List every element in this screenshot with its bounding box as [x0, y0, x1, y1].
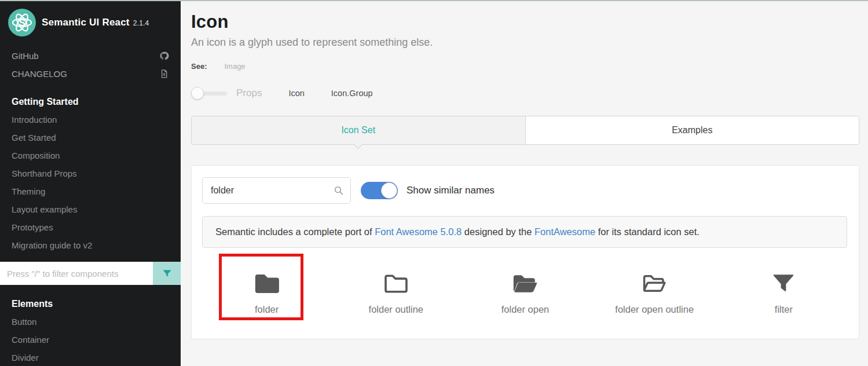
- props-menu-icon-group[interactable]: Icon.Group: [331, 89, 373, 98]
- sidebar-item-migration-guide[interactable]: Migration guide to v2: [0, 236, 181, 254]
- folder-outline-icon: [383, 271, 409, 297]
- sidebar-item-theming[interactable]: Theming: [0, 182, 181, 200]
- props-label: Props: [236, 87, 262, 99]
- sidebar-link-github[interactable]: GitHub: [0, 47, 181, 65]
- file-icon: [159, 69, 169, 79]
- page-subtitle: An icon is a glyph used to represent som…: [191, 36, 868, 49]
- sidebar-item-layout-examples[interactable]: Layout examples: [0, 200, 181, 218]
- icon-result-filter[interactable]: filter: [719, 271, 848, 315]
- icon-result-label: filter: [775, 304, 793, 315]
- brand-version: 2.1.4: [133, 19, 149, 27]
- page-title: Icon: [191, 12, 868, 32]
- sidebar-item-get-started[interactable]: Get Started: [0, 129, 181, 147]
- brand-header[interactable]: S Semantic UI React2.1.4: [0, 1, 181, 42]
- icon-result-folder[interactable]: folder: [202, 271, 331, 315]
- tab-examples[interactable]: Examples: [525, 116, 859, 144]
- github-icon: [159, 51, 169, 61]
- main-content: Icon An icon is a glyph used to represen…: [181, 1, 868, 366]
- semantic-ui-logo-icon: S: [8, 9, 36, 36]
- font-awesome-version-link[interactable]: Font Awesome 5.0.8: [375, 226, 462, 237]
- message-text: designed by the: [462, 226, 534, 237]
- props-toggle-knob: [191, 87, 204, 100]
- sidebar-item-divider[interactable]: Divider: [0, 349, 181, 366]
- font-awesome-message: Semantic includes a complete port of Fon…: [202, 216, 847, 248]
- font-awesome-link[interactable]: FontAwesome: [534, 226, 595, 237]
- component-filter-input[interactable]: [0, 262, 153, 285]
- icon-result-label: folder open outline: [615, 304, 694, 315]
- icon-result-folder-outline[interactable]: folder outline: [331, 271, 460, 315]
- filter-icon: [162, 269, 172, 279]
- filter-icon: [771, 271, 796, 297]
- component-filter-button[interactable]: [153, 262, 181, 285]
- icon-search: [202, 177, 351, 204]
- icon-result-folder-open-outline[interactable]: folder open outline: [590, 271, 719, 315]
- component-filter: [0, 262, 181, 285]
- message-text: Semantic includes a complete port of: [215, 226, 375, 237]
- folder-open-icon: [512, 271, 538, 297]
- props-menu-icon[interactable]: Icon: [288, 89, 304, 98]
- sidebar-item-composition[interactable]: Composition: [0, 147, 181, 164]
- tab-bar: Icon Set Examples: [191, 116, 859, 145]
- show-similar-names-toggle[interactable]: [361, 182, 398, 199]
- brand-title: Semantic UI React2.1.4: [42, 17, 149, 28]
- see-label: See:: [191, 62, 207, 71]
- search-icon: [334, 185, 344, 196]
- show-similar-names-label: Show similar names: [406, 185, 495, 196]
- svg-text:S: S: [19, 18, 25, 28]
- icon-result-label: folder: [255, 304, 279, 315]
- sidebar-item-prototypes[interactable]: Prototypes: [0, 218, 181, 236]
- sidebar-item-shorthand-props[interactable]: Shorthand Props: [0, 164, 181, 182]
- sidebar-section-elements: Elements: [0, 285, 181, 313]
- icon-result-folder-open[interactable]: folder open: [460, 271, 589, 315]
- sidebar-section-getting-started: Getting Started: [0, 83, 181, 111]
- sidebar-link-changelog[interactable]: CHANGELOG: [0, 65, 181, 83]
- sidebar: S Semantic UI React2.1.4 GitHub CHANGELO…: [0, 1, 181, 366]
- sidebar-item-button[interactable]: Button: [0, 313, 181, 331]
- changelog-link-label: CHANGELOG: [12, 69, 67, 79]
- icon-results-grid: folder folder outline folder open: [202, 271, 848, 315]
- props-toggle[interactable]: [191, 87, 228, 100]
- sidebar-item-container[interactable]: Container: [0, 331, 181, 349]
- see-link-image[interactable]: Image: [224, 62, 245, 71]
- message-text: for its standard icon set.: [595, 226, 699, 237]
- icon-search-input[interactable]: [202, 177, 351, 204]
- folder-icon: [254, 271, 280, 297]
- icon-set-panel: Show similar names Semantic includes a c…: [191, 165, 859, 339]
- github-link-label: GitHub: [12, 51, 39, 61]
- show-similar-names-toggle-knob: [381, 182, 397, 199]
- icon-result-label: folder open: [501, 304, 550, 315]
- icon-result-label: folder outline: [369, 304, 423, 315]
- folder-open-outline-icon: [642, 271, 667, 297]
- sidebar-item-introduction[interactable]: Introduction: [0, 111, 181, 129]
- window-top-edge: [0, 0, 868, 1]
